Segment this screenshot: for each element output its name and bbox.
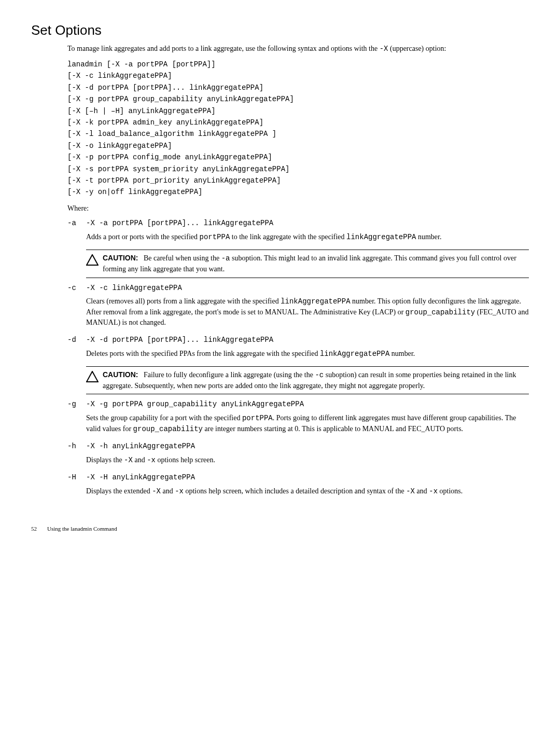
syntax-line-7: [-X -o linkAggregatePPA] — [67, 140, 529, 151]
option-g-desc: Sets the group capability for a port wit… — [86, 413, 529, 434]
option-d: -d -X -d portPPA [portPPA]... linkAggreg… — [67, 335, 529, 361]
page-footer: 52Using the lanadmin Command — [31, 525, 529, 533]
option-d-cmd: -X -d portPPA [portPPA]... linkAggregate… — [86, 335, 529, 346]
opt-g-d1: Sets the group capability for a port wit… — [86, 414, 242, 422]
option-h: -h -X -h anyLinkAggregatePPA Displays th… — [67, 441, 529, 467]
option-a-desc-suf: number. — [416, 233, 441, 241]
option-a-desc-pre: Adds a port or ports with the specified — [86, 233, 200, 241]
intro-prefix: To manage link aggregates and add ports … — [67, 45, 380, 52]
syntax-line-4: [-X [–h | –H] anyLinkAggregatePPA] — [67, 105, 529, 117]
caution-icon — [86, 371, 99, 382]
opt-c-d1: Clears (removes all) ports from a link a… — [86, 297, 281, 305]
intro-code: -X — [380, 45, 388, 53]
caution2-code: -c — [315, 371, 324, 379]
option-d-desc: Deletes ports with the specified PPAs fr… — [86, 349, 529, 360]
syntax-line-8: [-X -p portPPA config_mode anyLinkAggreg… — [67, 151, 529, 163]
syntax-block: lanadmin [-X -a portPPA [portPPA]] [-X -… — [67, 59, 529, 198]
option-a-desc-code1: portPPA — [200, 233, 230, 241]
opt-d-c1: linkAggregatePPA — [320, 350, 389, 358]
opt-H-c3: -X — [406, 487, 415, 495]
syntax-line-2: [-X -d portPPA [portPPA]... linkAggregat… — [67, 82, 529, 93]
opt-g-c1: portPPA — [242, 414, 273, 422]
syntax-line-11: [-X -y on|off linkAggregatePPA] — [67, 186, 529, 198]
opt-H-c1: -X — [152, 487, 161, 495]
option-a-desc-code2: linkAggregatePPA — [346, 233, 416, 241]
opt-H-d1: Displays the extended — [86, 487, 152, 495]
opt-g-d3: are integer numbers starting at 0. This … — [203, 425, 463, 433]
syntax-line-3: [-X -g portPPA group_capability anyLinkA… — [67, 93, 529, 105]
opt-h-d1: Displays the — [86, 456, 124, 464]
option-h-key: -h — [67, 441, 86, 452]
option-d-key: -d — [67, 335, 86, 346]
option-g-key: -g — [67, 399, 86, 410]
option-a-key: -a — [67, 218, 86, 229]
opt-d-d1: Deletes ports with the specified PPAs fr… — [86, 350, 320, 357]
caution-icon — [86, 254, 99, 266]
page-number: 52 — [31, 526, 37, 532]
section-heading: Set Options — [31, 21, 529, 39]
where-label: Where: — [67, 203, 529, 214]
syntax-line-5: [-X -k portPPA admin_key anyLinkAggregat… — [67, 117, 529, 128]
syntax-line-6: [-X -l load_balance_algorithm linkAggreg… — [67, 128, 529, 140]
opt-H-d3: options help screen, which includes a de… — [184, 487, 406, 495]
option-big-h-key: -H — [67, 473, 86, 483]
syntax-line-0-pre: lanadmin — [67, 60, 107, 68]
opt-H-d2: and — [161, 487, 175, 495]
syntax-line-0: [-X -a portPPA [portPPA]] — [107, 60, 216, 68]
caution-label: CAUTION: — [103, 254, 138, 262]
option-a: -a -X -a portPPA [portPPA]... linkAggreg… — [67, 218, 529, 244]
opt-H-d5: options. — [438, 487, 463, 495]
caution1-pre: Be careful when using the — [144, 254, 221, 262]
option-c: -c -X -c linkAggregatePPA Clears (remove… — [67, 283, 529, 330]
caution2-pre: Failure to fully deconfigure a link aggr… — [144, 371, 315, 379]
intro-suffix: (uppercase) option: — [388, 45, 446, 52]
caution-box-1: CAUTION: Be careful when using the -a su… — [86, 250, 529, 278]
opt-h-c1: -X — [124, 456, 133, 464]
option-h-desc: Displays the -X and -x options help scre… — [86, 455, 529, 466]
intro-text: To manage link aggregates and add ports … — [67, 44, 529, 54]
opt-c-c1: linkAggregatePPA — [281, 297, 350, 306]
option-big-h-desc: Displays the extended -X and -x options … — [86, 486, 529, 497]
opt-h-d3: options help screen. — [156, 456, 215, 464]
option-g: -g -X -g portPPA group_capability anyLin… — [67, 399, 529, 436]
opt-H-c4: -x — [429, 487, 438, 495]
syntax-line-10: [-X -t portPPA port_priority anyLinkAggr… — [67, 175, 529, 186]
opt-h-c2: -x — [147, 456, 156, 464]
option-a-desc: Adds a port or ports with the specified … — [86, 232, 529, 243]
footer-title: Using the lanadmin Command — [47, 526, 117, 532]
opt-d-d2: number. — [389, 350, 415, 357]
syntax-line-1: [-X -c linkAggregatePPA] — [67, 70, 529, 81]
option-c-key: -c — [67, 283, 86, 294]
option-h-cmd: -X -h anyLinkAggregatePPA — [86, 441, 529, 452]
option-big-h: -H -X -H anyLinkAggregatePPA Displays th… — [67, 473, 529, 499]
caution-box-2: CAUTION: Failure to fully deconfigure a … — [86, 366, 529, 394]
opt-g-c2: group_capability — [133, 425, 203, 433]
option-big-h-cmd: -X -H anyLinkAggregatePPA — [86, 473, 529, 483]
option-a-desc-mid: to the link aggregate with the specified — [230, 233, 346, 241]
caution1-code: -a — [221, 254, 230, 263]
opt-H-d4: and — [415, 487, 429, 495]
option-g-cmd: -X -g portPPA group_capability anyLinkAg… — [86, 399, 529, 410]
caution-label: CAUTION: — [103, 370, 138, 379]
opt-H-c2: -x — [175, 487, 184, 495]
syntax-line-9: [-X -s portPPA system_priority anyLinkAg… — [67, 163, 529, 175]
opt-h-d2: and — [133, 456, 147, 464]
option-c-cmd: -X -c linkAggregatePPA — [86, 283, 529, 294]
option-c-desc: Clears (removes all) ports from a link a… — [86, 296, 529, 328]
opt-c-c2: group_capability — [405, 308, 475, 316]
option-a-cmd: -X -a portPPA [portPPA]... linkAggregate… — [86, 218, 529, 229]
